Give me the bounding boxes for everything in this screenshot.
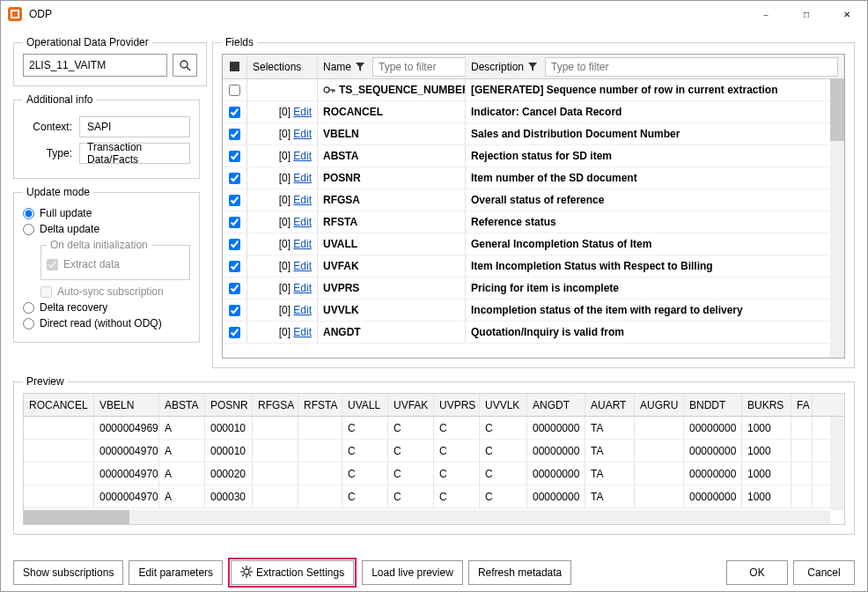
fields-row[interactable]: [0] EditVBELNSales and Distribution Docu… xyxy=(223,123,844,145)
preview-row[interactable]: 0000004970A000010CCCC00000000TA000000001… xyxy=(24,440,844,462)
fields-row[interactable]: [0] EditANGDTQuotation/Inquiry is valid … xyxy=(223,322,844,344)
preview-hscroll[interactable] xyxy=(24,510,830,524)
preview-cell xyxy=(298,417,342,439)
extraction-settings-highlight: Extraction Settings xyxy=(228,558,357,588)
row-name: ABSTA xyxy=(318,145,466,166)
edit-link[interactable]: Edit xyxy=(293,106,312,118)
preview-row[interactable]: 0000004969A000010CCCC00000000TA000000001… xyxy=(24,417,844,440)
close-button[interactable]: ✕ xyxy=(827,1,867,27)
radio-direct-read[interactable]: Direct read (without ODQ) xyxy=(23,317,190,329)
row-checkbox[interactable] xyxy=(223,300,247,321)
preview-row[interactable]: 0000004970A000030CCCC00000000TA000000001… xyxy=(24,485,844,508)
fields-scrollbar[interactable] xyxy=(830,79,844,358)
preview-vscroll[interactable] xyxy=(830,417,844,510)
edit-link[interactable]: Edit xyxy=(293,282,312,294)
preview-col-VBELN[interactable]: VBELN xyxy=(94,394,159,416)
preview-col-UVFAK[interactable]: UVFAK xyxy=(388,394,434,416)
preview-col-AUGRU[interactable]: AUGRU xyxy=(635,394,684,416)
row-selection xyxy=(247,79,318,100)
row-checkbox[interactable] xyxy=(223,255,247,277)
preview-row[interactable]: 0000004970A000020CCCC00000000TA000000001… xyxy=(24,462,844,485)
edit-link[interactable]: Edit xyxy=(293,172,312,184)
fields-row[interactable]: [0] EditPOSNRItem number of the SD docum… xyxy=(223,167,844,189)
preview-cell: 000010 xyxy=(205,440,253,462)
preview-col-ABSTA[interactable]: ABSTA xyxy=(159,394,205,416)
row-checkbox[interactable] xyxy=(223,145,247,166)
odp-input[interactable] xyxy=(23,54,167,77)
preview-col-UVALL[interactable]: UVALL xyxy=(342,394,388,416)
col-selections[interactable]: Selections xyxy=(247,55,318,78)
preview-col-BNDDT[interactable]: BNDDT xyxy=(684,394,742,416)
fields-row[interactable]: [0] EditRFSTAReference status xyxy=(223,211,844,233)
update-mode-group: Update mode Full update Delta update On … xyxy=(13,186,200,343)
row-checkbox[interactable] xyxy=(223,233,247,255)
ok-button[interactable]: OK xyxy=(726,560,788,585)
preview-col-UVPRS[interactable]: UVPRS xyxy=(434,394,480,416)
fields-row[interactable]: [0] EditUVFAKItem Incompletion Status wi… xyxy=(223,255,844,278)
edit-link[interactable]: Edit xyxy=(293,216,312,228)
row-checkbox[interactable] xyxy=(223,189,247,211)
preview-col-POSNR[interactable]: POSNR xyxy=(205,394,253,416)
svg-line-4 xyxy=(187,67,190,70)
description-filter-input[interactable] xyxy=(545,57,838,77)
name-filter-input[interactable] xyxy=(372,57,466,77)
row-checkbox[interactable] xyxy=(223,79,247,100)
preview-cell: 00000000 xyxy=(684,440,742,462)
col-description[interactable]: Description xyxy=(466,55,844,78)
edit-link[interactable]: Edit xyxy=(293,194,312,206)
preview-col-UVVLK[interactable]: UVVLK xyxy=(480,394,527,416)
svg-point-9 xyxy=(244,569,249,574)
preview-col-BUKRS[interactable]: BUKRS xyxy=(742,394,791,416)
radio-full-update[interactable]: Full update xyxy=(23,207,190,219)
row-selection: [0] Edit xyxy=(247,167,318,189)
preview-col-RFSTA[interactable]: RFSTA xyxy=(298,394,342,416)
minimize-button[interactable]: – xyxy=(746,1,786,27)
gear-icon xyxy=(240,566,253,581)
row-checkbox[interactable] xyxy=(223,123,247,144)
maximize-button[interactable]: □ xyxy=(786,1,827,27)
fields-row[interactable]: [0] EditABSTARejection status for SD ite… xyxy=(223,145,844,167)
edit-link[interactable]: Edit xyxy=(293,128,312,140)
load-live-preview-button[interactable]: Load live preview xyxy=(362,560,463,585)
fields-row[interactable]: TS_SEQUENCE_NUMBER[GENERATED] Sequence n… xyxy=(223,79,844,101)
row-name: UVVLK xyxy=(318,300,466,321)
row-checkbox[interactable] xyxy=(223,211,247,233)
edit-link[interactable]: Edit xyxy=(293,150,312,162)
col-name[interactable]: Name xyxy=(318,55,466,78)
edit-link[interactable]: Edit xyxy=(293,238,312,250)
edit-link[interactable]: Edit xyxy=(293,260,312,272)
row-checkbox[interactable] xyxy=(223,278,247,299)
preview-col-FA[interactable]: FA xyxy=(791,394,813,416)
preview-col-AUART[interactable]: AUART xyxy=(585,394,635,416)
row-checkbox[interactable] xyxy=(223,167,247,189)
fields-row[interactable]: [0] EditROCANCELIndicator: Cancel Data R… xyxy=(223,101,844,123)
preview-col-ANGDT[interactable]: ANGDT xyxy=(527,394,585,416)
preview-cell: C xyxy=(480,462,527,485)
preview-cell: C xyxy=(480,440,527,462)
fields-row[interactable]: [0] EditUVPRSPricing for item is incompl… xyxy=(223,278,844,300)
extraction-settings-button[interactable]: Extraction Settings xyxy=(231,560,354,585)
preview-cell xyxy=(298,485,342,507)
preview-col-ROCANCEL[interactable]: ROCANCEL xyxy=(24,394,94,416)
fields-row[interactable]: [0] EditUVVLKIncompletion status of the … xyxy=(223,300,844,322)
odp-search-button[interactable] xyxy=(173,54,197,77)
window-title: ODP xyxy=(29,8,746,20)
cancel-button[interactable]: Cancel xyxy=(793,560,855,585)
radio-delta-update[interactable]: Delta update xyxy=(23,223,190,235)
preview-cell: 00000000 xyxy=(684,485,742,507)
fields-row[interactable]: [0] EditUVALLGeneral Incompletion Status… xyxy=(223,233,844,255)
row-description: Incompletion status of the item with reg… xyxy=(466,300,844,321)
radio-delta-recovery[interactable]: Delta recovery xyxy=(23,301,190,314)
show-subscriptions-button[interactable]: Show subscriptions xyxy=(13,560,123,585)
fields-check-all[interactable] xyxy=(223,55,247,78)
preview-cell: C xyxy=(388,462,434,485)
fields-row[interactable]: [0] EditRFGSAOverall status of reference xyxy=(223,189,844,211)
row-checkbox[interactable] xyxy=(223,322,247,343)
refresh-metadata-button[interactable]: Refresh metadata xyxy=(468,560,571,585)
edit-link[interactable]: Edit xyxy=(293,326,312,338)
preview-col-RFGSA[interactable]: RFGSA xyxy=(253,394,298,416)
row-selection: [0] Edit xyxy=(247,233,318,255)
row-checkbox[interactable] xyxy=(223,101,247,122)
edit-parameters-button[interactable]: Edit parameters xyxy=(129,560,223,585)
edit-link[interactable]: Edit xyxy=(293,304,312,316)
